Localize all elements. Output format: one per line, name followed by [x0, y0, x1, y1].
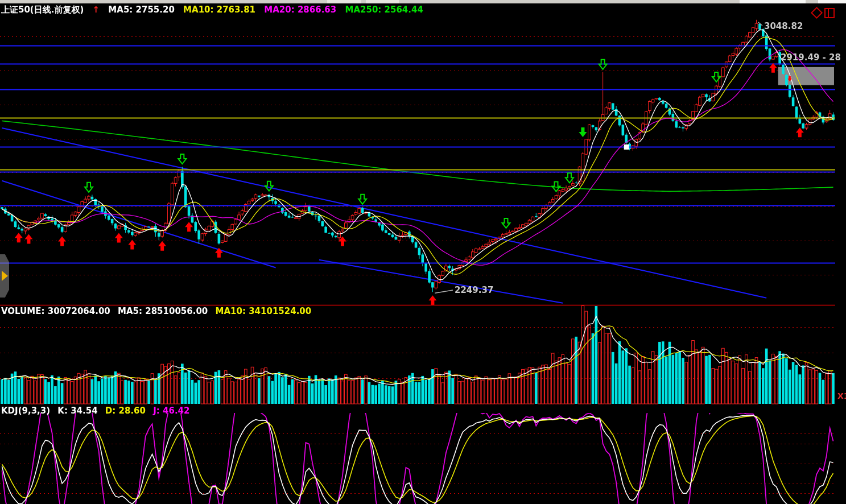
expand-arrow-icon: [2, 271, 8, 281]
trend-up-arrow-icon: ↑: [93, 5, 100, 15]
main-chart-header: 上证50(日线.前复权) ↑ MA5: 2755.20 MA10: 2763.8…: [1, 5, 429, 15]
zoom-level-label: X1: [837, 391, 846, 400]
kdj-header: KDJ(9,3,3) K: 34.54 D: 28.60 J: 46.42: [1, 406, 194, 416]
ma20-legend: MA20: 2866.63: [264, 5, 336, 15]
low-price-label: 2249.37: [455, 285, 493, 295]
split-pane-icon[interactable]: [824, 8, 835, 18]
volume-ma5-legend: MA5: 28510056.00: [118, 306, 208, 316]
chart-canvas[interactable]: [0, 0, 846, 504]
kdj-label: KDJ(9,3,3): [1, 406, 50, 416]
kdj-k-value: K: 34.54: [57, 406, 97, 416]
ma10-legend: MA10: 2763.81: [183, 5, 255, 15]
volume-header: VOLUME: 30072064.00 MA5: 28510056.00 MA1…: [1, 306, 316, 316]
gap-range-label: 2919.49 - 28: [781, 52, 846, 63]
symbol-title[interactable]: 上证50(日线.前复权): [1, 5, 84, 15]
toolbar-strip-segment: [366, 0, 399, 3]
kdj-j-value: J: 46.42: [153, 406, 189, 416]
ma250-legend: MA250: 2564.44: [345, 5, 423, 15]
kdj-d-value: D: 28.60: [105, 406, 146, 416]
ma5-legend: MA5: 2755.20: [108, 5, 175, 15]
toolbar-strip-segment: [818, 0, 846, 3]
left-panel-expander[interactable]: [0, 254, 9, 298]
toolbar-strip-segment: [740, 0, 806, 3]
peak-price-label: 3048.82: [764, 21, 803, 31]
toolbar-strip-segment: [327, 0, 361, 3]
chart-window: 上证50(日线.前复权) ↑ MA5: 2755.20 MA10: 2763.8…: [0, 0, 846, 504]
volume-legend: VOLUME: 30072064.00: [1, 306, 110, 316]
volume-ma10-legend: MA10: 34101524.00: [216, 306, 312, 316]
toolbar-strip: [0, 0, 846, 3]
